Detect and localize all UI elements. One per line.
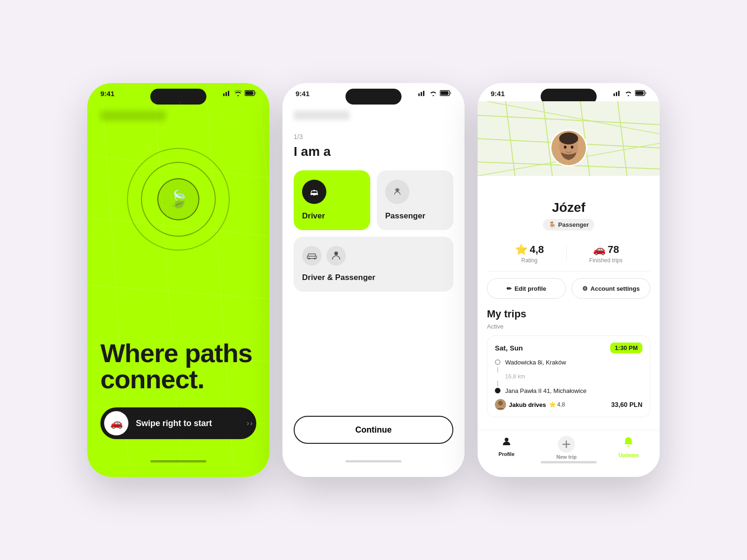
driver-card[interactable]: Driver bbox=[294, 170, 370, 230]
signal-icon-2 bbox=[418, 90, 427, 98]
svg-point-30 bbox=[396, 189, 399, 192]
action-buttons: ✏ Edit profile ⚙ Account settings bbox=[487, 278, 650, 299]
svg-point-57 bbox=[498, 401, 503, 406]
status-icons-3 bbox=[613, 90, 647, 98]
origin-dot bbox=[495, 359, 500, 365]
passenger-badge: 🪑 Passenger bbox=[543, 219, 595, 231]
swipe-text: Swipe right to start bbox=[136, 419, 239, 428]
trip-card-header: Sat, Sun 1:30 PM bbox=[495, 343, 642, 353]
phone-2-content: 1/3 I am a bbox=[282, 101, 465, 467]
signal-icon bbox=[223, 90, 232, 98]
updates-nav-icon bbox=[623, 436, 634, 451]
settings-label: Account settings bbox=[591, 285, 640, 292]
driver-star-icon: ⭐ bbox=[549, 401, 556, 408]
origin-address: Wadowicka 8i, Kraków bbox=[505, 359, 566, 366]
phone-3-content: Józef 🪑 Passenger ⭐ 4,8 bbox=[478, 101, 660, 467]
phone-role-selection: 9:41 1/3 I am a bbox=[282, 83, 465, 477]
rating-label: Rating bbox=[515, 257, 544, 264]
center-icon-area: 🍃 bbox=[127, 148, 230, 251]
svg-rect-19 bbox=[421, 92, 422, 96]
svg-line-9 bbox=[260, 101, 269, 310]
circle-inner: 🍃 bbox=[157, 178, 199, 220]
destination-address: Jana Pawła II 41, Michałowice bbox=[505, 387, 586, 394]
profile-name: Józef bbox=[487, 200, 650, 215]
map-header bbox=[478, 101, 660, 176]
combined-person-icon bbox=[326, 246, 346, 266]
driver-avatar bbox=[495, 399, 506, 410]
circle-middle: 🍃 bbox=[141, 162, 216, 237]
swipe-arrows: ›› bbox=[247, 419, 253, 427]
home-indicator bbox=[150, 460, 206, 462]
svg-rect-2 bbox=[228, 91, 229, 97]
driver-rating: ⭐ 4,8 bbox=[549, 401, 565, 408]
svg-rect-40 bbox=[645, 92, 647, 94]
driver-info: Jakub drives ⭐ 4,8 bbox=[495, 399, 565, 410]
car-icon: 🚗 bbox=[110, 417, 123, 429]
status-icons bbox=[223, 90, 256, 98]
svg-rect-23 bbox=[450, 92, 451, 94]
driver-icon-circle bbox=[302, 180, 326, 204]
driver-name: Jakub drives bbox=[509, 401, 546, 408]
passenger-label: Passenger bbox=[385, 211, 445, 221]
svg-point-24 bbox=[308, 185, 321, 198]
stats-row: ⭐ 4,8 Rating 🚗 78 Finished trips bbox=[487, 236, 650, 272]
swipe-bar[interactable]: 🚗 Swipe right to start ›› bbox=[100, 407, 256, 439]
phone-welcome: 9:41 bbox=[87, 83, 269, 477]
step-indicator: 1/3 bbox=[294, 133, 453, 140]
passenger-card[interactable]: Passenger bbox=[377, 170, 453, 230]
nav-item-profile[interactable]: Profile bbox=[499, 436, 514, 457]
new-trip-label: New trip bbox=[557, 454, 577, 460]
trip-route: Wadowicka 8i, Kraków 16,8 km Jana Pawła … bbox=[495, 359, 642, 394]
svg-point-61 bbox=[627, 446, 630, 447]
svg-point-55 bbox=[571, 146, 574, 148]
iam-title: I am a bbox=[294, 144, 453, 159]
role-grid: Driver Passenger bbox=[294, 170, 453, 230]
avatar bbox=[550, 129, 587, 167]
wifi-icon bbox=[234, 90, 242, 98]
nav-item-new-trip[interactable]: New trip bbox=[557, 436, 577, 460]
passenger-icon-circle bbox=[385, 180, 409, 204]
trip-driver: Jakub drives ⭐ 4,8 33,60 PLN bbox=[495, 399, 642, 410]
svg-point-54 bbox=[564, 146, 567, 148]
svg-rect-37 bbox=[618, 91, 620, 97]
wifi-icon-2 bbox=[430, 90, 437, 98]
trips-stat: 🚗 78 Finished trips bbox=[589, 244, 622, 264]
combined-label: Driver & Passenger bbox=[302, 273, 445, 282]
wifi-icon-3 bbox=[625, 90, 632, 98]
continue-button[interactable]: Continue bbox=[294, 416, 453, 444]
time-2: 9:41 bbox=[296, 90, 310, 98]
tagline-text: Where paths connect. bbox=[100, 340, 256, 392]
trip-card[interactable]: Sat, Sun 1:30 PM Wadowicka 8i, Kraków 16… bbox=[487, 336, 650, 417]
swipe-car-circle: 🚗 bbox=[104, 411, 128, 435]
new-trip-icon bbox=[558, 436, 575, 453]
profile-nav-label: Profile bbox=[499, 451, 514, 457]
nav-item-updates[interactable]: Updates bbox=[619, 436, 639, 458]
profile-body: Józef 🪑 Passenger ⭐ 4,8 bbox=[478, 176, 660, 467]
edit-label: Edit profile bbox=[514, 285, 546, 292]
svg-rect-4 bbox=[246, 91, 254, 95]
combined-car-icon bbox=[302, 246, 322, 266]
svg-point-33 bbox=[314, 258, 316, 259]
svg-rect-0 bbox=[223, 93, 225, 96]
svg-rect-35 bbox=[613, 93, 615, 96]
time-3: 9:41 bbox=[491, 90, 505, 98]
signal-icon-3 bbox=[613, 90, 622, 98]
svg-point-34 bbox=[334, 252, 338, 255]
combined-role-card[interactable]: Driver & Passenger bbox=[294, 237, 453, 292]
svg-rect-20 bbox=[423, 91, 424, 97]
route-origin: Wadowicka 8i, Kraków bbox=[495, 359, 642, 366]
combined-icons-row bbox=[302, 246, 445, 266]
active-label: Active bbox=[487, 323, 650, 330]
app-logo-2 bbox=[294, 111, 350, 120]
time: 9:41 bbox=[100, 90, 114, 98]
svg-line-12 bbox=[87, 284, 269, 300]
phone-profile: 9:41 bbox=[478, 83, 660, 477]
svg-rect-5 bbox=[255, 92, 256, 94]
svg-rect-18 bbox=[418, 93, 420, 96]
svg-point-26 bbox=[311, 195, 313, 196]
edit-profile-button[interactable]: ✏ Edit profile bbox=[487, 278, 566, 299]
leaf-icon: 🍃 bbox=[168, 189, 189, 209]
driver-rating-value: 4,8 bbox=[557, 401, 565, 408]
svg-rect-1 bbox=[226, 92, 227, 96]
account-settings-button[interactable]: ⚙ Account settings bbox=[571, 278, 650, 299]
